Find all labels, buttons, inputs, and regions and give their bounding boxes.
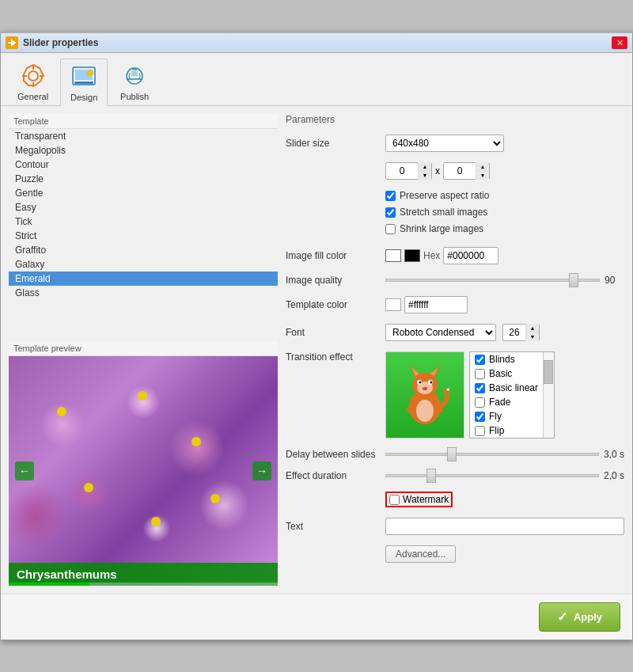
tab-publish[interactable]: Publish xyxy=(111,58,158,105)
main-content: Template Transparent Megalopolis Contour… xyxy=(1,106,632,594)
list-item[interactable]: Easy xyxy=(9,200,278,215)
transition-fly-label: Fly xyxy=(489,411,502,422)
fill-hex-label: Hex xyxy=(423,250,440,261)
template-list[interactable]: Transparent Megalopolis Contour Puzzle G… xyxy=(9,129,278,335)
template-section: Template Transparent Megalopolis Contour… xyxy=(9,114,278,335)
stretch-small-checkbox[interactable] xyxy=(385,207,396,218)
template-color-swatch[interactable] xyxy=(385,298,401,311)
width-spin-up[interactable]: ▲ xyxy=(419,162,431,171)
fill-color-swatch[interactable] xyxy=(404,249,420,262)
list-item[interactable]: Gentle xyxy=(9,186,278,200)
effect-value: 2,0 s xyxy=(604,470,624,481)
flower-center xyxy=(210,494,220,503)
transition-control: Blinds Basic Basic linear xyxy=(385,351,555,439)
flower-center xyxy=(138,391,147,401)
transition-basic-checkbox[interactable] xyxy=(475,369,485,379)
list-item[interactable]: Graffito xyxy=(9,243,278,257)
list-item[interactable]: Galaxy xyxy=(9,257,278,271)
height-spin-up[interactable]: ▲ xyxy=(476,162,489,171)
close-button[interactable]: ✕ xyxy=(612,36,627,49)
list-item: Fly xyxy=(470,409,543,423)
flower-center xyxy=(57,407,66,416)
quality-label: Image quality xyxy=(286,275,381,286)
width-spinner[interactable]: ▲ ▼ xyxy=(385,162,432,180)
transition-blinds-label: Blinds xyxy=(489,354,515,365)
apply-button[interactable]: ✓ Apply xyxy=(539,602,620,632)
text-row: Text xyxy=(286,518,624,535)
list-item[interactable]: Tick xyxy=(9,215,278,229)
stretch-small-label: Stretch small images xyxy=(400,207,487,218)
transition-flip-checkbox[interactable] xyxy=(475,426,485,436)
delay-slider[interactable] xyxy=(385,453,599,456)
text-input[interactable] xyxy=(385,518,624,535)
transition-scroll-thumb[interactable] xyxy=(544,360,553,384)
delay-label: Delay between slides xyxy=(286,449,381,460)
nav-next-button[interactable]: → xyxy=(252,461,271,480)
transition-fly-checkbox[interactable] xyxy=(475,412,485,422)
shrink-large-checkbox[interactable] xyxy=(385,224,396,234)
slider-size-select[interactable]: 640x480 800x600 1024x768 Custom xyxy=(385,135,504,152)
advanced-button[interactable]: Advanced... xyxy=(385,545,456,563)
transition-label: Transition effect xyxy=(286,351,381,363)
template-color-label: Template color xyxy=(286,299,381,310)
fill-hex-input[interactable] xyxy=(443,247,498,264)
nav-prev-button[interactable]: ← xyxy=(15,461,34,480)
publish-icon xyxy=(120,62,149,90)
left-panel: Template Transparent Megalopolis Contour… xyxy=(9,114,278,586)
progress-fill xyxy=(9,583,89,586)
svg-point-2 xyxy=(28,71,38,81)
transition-list: Blinds Basic Basic linear xyxy=(470,352,543,438)
effect-slider[interactable] xyxy=(385,474,599,477)
font-select[interactable]: Roboto Condensed Arial Tahoma xyxy=(385,324,496,341)
general-icon xyxy=(19,62,47,90)
list-item[interactable]: Megalopolis xyxy=(9,143,278,158)
preserve-aspect-checkbox[interactable] xyxy=(385,191,396,201)
caption-text: Chrysanthemums xyxy=(17,568,117,581)
list-item: Flip xyxy=(470,423,543,438)
watermark-label: Watermark xyxy=(403,494,449,505)
transition-basic-linear-checkbox[interactable] xyxy=(475,383,485,393)
list-item[interactable]: Contour xyxy=(9,158,278,172)
quality-row: Image quality 90 xyxy=(286,275,624,286)
width-input[interactable] xyxy=(386,165,418,177)
width-spin-down[interactable]: ▼ xyxy=(419,171,431,180)
list-item[interactable]: Glass xyxy=(9,286,278,300)
list-item[interactable]: Transparent xyxy=(9,129,278,143)
height-spinner[interactable]: ▲ ▼ xyxy=(443,162,490,180)
template-hex-input[interactable] xyxy=(404,296,468,313)
transition-row: Transition effect xyxy=(286,351,624,439)
tab-design[interactable]: Design xyxy=(60,59,108,106)
quality-slider[interactable] xyxy=(385,279,600,282)
main-window: Slider properties ✕ General xyxy=(0,32,633,640)
font-size-spinner[interactable]: ▲ ▼ xyxy=(502,324,540,341)
template-color-control xyxy=(385,296,624,313)
transition-blinds-checkbox[interactable] xyxy=(475,355,485,365)
title-bar: Slider properties ✕ xyxy=(1,33,632,53)
height-input[interactable] xyxy=(444,165,476,177)
fill-color-label: Image fill color xyxy=(286,250,381,261)
watermark-checkbox[interactable] xyxy=(389,495,400,505)
advanced-row: Advanced... xyxy=(286,545,624,563)
tab-publish-label: Publish xyxy=(120,92,149,101)
font-size-input[interactable] xyxy=(503,327,525,338)
height-spin-down[interactable]: ▼ xyxy=(476,171,489,180)
tab-general-label: General xyxy=(17,92,48,101)
list-item[interactable]: Puzzle xyxy=(9,172,278,186)
svg-point-27 xyxy=(416,400,434,422)
font-size-down[interactable]: ▼ xyxy=(526,332,539,341)
shrink-large-label: Shrink large images xyxy=(400,223,483,234)
transition-basic-linear-label: Basic linear xyxy=(489,382,538,393)
list-item[interactable]: Emerald xyxy=(9,271,278,286)
slider-size-row: Slider size 640x480 800x600 1024x768 Cus… xyxy=(286,135,624,152)
effect-duration-label: Effect duration xyxy=(286,470,381,481)
tab-general[interactable]: General xyxy=(9,58,57,105)
app-icon xyxy=(6,36,18,49)
transition-flip-label: Flip xyxy=(489,425,504,436)
progress-bar xyxy=(9,583,278,586)
transition-fade-checkbox[interactable] xyxy=(475,397,485,408)
list-item[interactable]: Strict xyxy=(9,229,278,243)
quality-control: 90 xyxy=(385,275,624,286)
tab-design-label: Design xyxy=(70,93,97,102)
font-size-up[interactable]: ▲ xyxy=(526,324,539,332)
params-title: Parameters xyxy=(286,114,624,125)
